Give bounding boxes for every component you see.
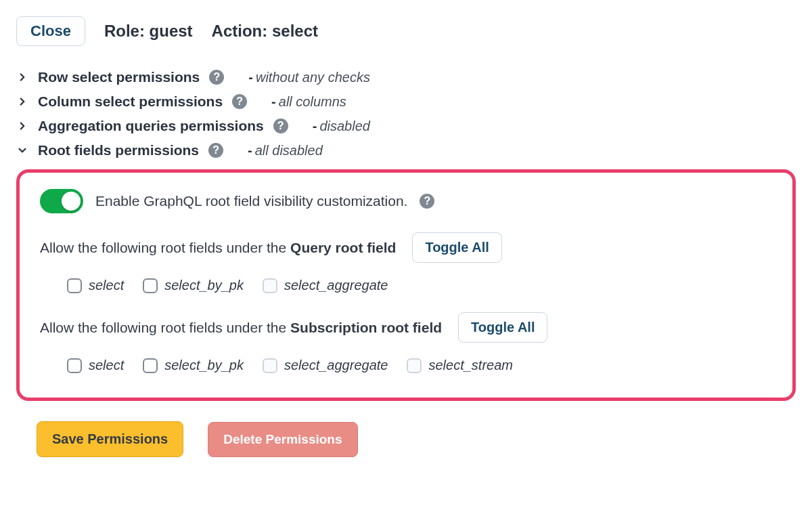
checkbox bbox=[263, 358, 277, 373]
root-fields-panel: Enable GraphQL root field visibility cus… bbox=[16, 169, 796, 401]
query-field-select-aggregate: select_aggregate bbox=[263, 278, 388, 293]
checkbox-label: select_stream bbox=[428, 358, 513, 373]
section-aggregation-permissions[interactable]: Aggregation queries permissions ? -disab… bbox=[16, 114, 796, 138]
chevron-right-icon bbox=[16, 71, 28, 83]
section-title: Row select permissions bbox=[38, 69, 200, 85]
section-summary: -all disabled bbox=[233, 143, 323, 158]
query-field-select[interactable]: select bbox=[67, 278, 124, 293]
chevron-right-icon bbox=[16, 95, 28, 108]
action-label: Action: select bbox=[212, 22, 318, 41]
section-row-permissions[interactable]: Row select permissions ? -without any ch… bbox=[16, 65, 796, 89]
checkbox[interactable] bbox=[67, 358, 82, 373]
checkbox bbox=[263, 278, 277, 293]
section-title: Column select permissions bbox=[38, 93, 223, 110]
checkbox bbox=[407, 358, 422, 373]
section-summary: -without any checks bbox=[233, 70, 370, 85]
enable-toggle-label: Enable GraphQL root field visibility cus… bbox=[95, 193, 407, 209]
section-summary: -all columns bbox=[256, 94, 346, 110]
section-root-fields-permissions[interactable]: Root fields permissions ? -all disabled bbox=[16, 138, 796, 163]
query-root-field-group: Allow the following root fields under th… bbox=[40, 232, 772, 293]
section-column-permissions[interactable]: Column select permissions ? -all columns bbox=[16, 89, 796, 114]
help-icon[interactable]: ? bbox=[273, 119, 288, 133]
section-summary: -disabled bbox=[298, 119, 370, 134]
toggle-all-subscription-button[interactable]: Toggle All bbox=[458, 312, 547, 343]
subscription-field-select[interactable]: select bbox=[67, 358, 124, 373]
save-permissions-button[interactable]: Save Permissions bbox=[37, 421, 183, 457]
toggle-all-query-button[interactable]: Toggle All bbox=[412, 232, 501, 263]
subscription-field-select-aggregate: select_aggregate bbox=[263, 358, 388, 373]
section-title: Aggregation queries permissions bbox=[38, 118, 264, 134]
query-prompt: Allow the following root fields under th… bbox=[40, 240, 396, 256]
checkbox-label: select_by_pk bbox=[164, 278, 244, 293]
section-title: Root fields permissions bbox=[38, 142, 199, 158]
checkbox-label: select_aggregate bbox=[284, 358, 388, 373]
close-button[interactable]: Close bbox=[16, 16, 85, 46]
footer-actions: Save Permissions Delete Permissions bbox=[37, 421, 796, 457]
permissions-header: Close Role: guest Action: select bbox=[16, 16, 796, 46]
subscription-prompt: Allow the following root fields under th… bbox=[40, 320, 442, 336]
checkbox-label: select_aggregate bbox=[284, 278, 388, 293]
checkbox[interactable] bbox=[143, 358, 158, 373]
chevron-right-icon bbox=[16, 120, 28, 132]
help-icon[interactable]: ? bbox=[209, 70, 224, 85]
help-icon[interactable]: ? bbox=[208, 143, 223, 158]
help-icon[interactable]: ? bbox=[420, 194, 434, 209]
query-field-select-by-pk[interactable]: select_by_pk bbox=[143, 278, 244, 293]
enable-root-field-visibility-toggle[interactable] bbox=[40, 189, 83, 213]
help-icon[interactable]: ? bbox=[232, 94, 247, 109]
permission-sections: Row select permissions ? -without any ch… bbox=[16, 65, 796, 163]
checkbox-label: select bbox=[89, 358, 124, 373]
subscription-root-field-group: Allow the following root fields under th… bbox=[40, 312, 772, 373]
checkbox[interactable] bbox=[143, 278, 158, 293]
checkbox-label: select bbox=[89, 278, 124, 293]
subscription-field-select-stream: select_stream bbox=[407, 358, 513, 373]
delete-permissions-button[interactable]: Delete Permissions bbox=[208, 422, 357, 457]
checkbox[interactable] bbox=[67, 278, 82, 293]
subscription-field-select-by-pk[interactable]: select_by_pk bbox=[143, 358, 244, 373]
chevron-down-icon bbox=[16, 144, 28, 156]
checkbox-label: select_by_pk bbox=[164, 358, 244, 373]
role-label: Role: guest bbox=[104, 22, 193, 41]
